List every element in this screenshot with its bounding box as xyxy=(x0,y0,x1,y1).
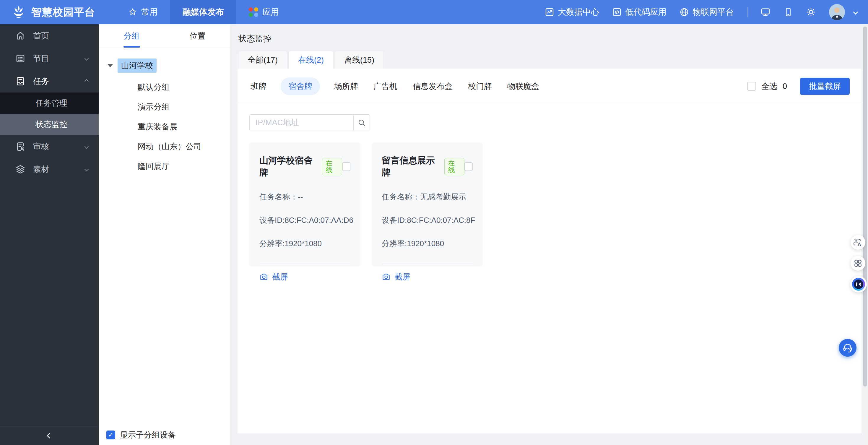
nav-link-lowcode[interactable]: 低代码应用 xyxy=(612,6,666,18)
nav-item-media-publish[interactable]: 融媒体发布 xyxy=(170,0,236,24)
chip-gate-board[interactable]: 校门牌 xyxy=(467,78,493,95)
tab-offline-devices[interactable]: 离线(15) xyxy=(335,51,384,68)
audit-doc-icon xyxy=(16,142,25,152)
app-root: 智慧校园平台 常用 融媒体发布 应用 xyxy=(0,0,868,445)
navbar-right: 大数据中心 低代码应用 物联网平台 xyxy=(545,4,868,20)
brand-title: 智慧校园平台 xyxy=(31,5,95,19)
batch-screenshot-button[interactable]: 批量截屏 xyxy=(800,78,850,95)
main-content: 状态监控 全部(17) 在线(2) 离线(15) 班牌 宿舍牌 场所牌 广告机 … xyxy=(231,24,868,445)
caret-down-icon[interactable] xyxy=(107,64,113,67)
nav-link-bigdata[interactable]: 大数据中心 xyxy=(545,6,599,18)
vertical-scrollbar-thumb[interactable] xyxy=(863,27,867,386)
chip-dorm-board[interactable]: 宿舍牌 xyxy=(281,78,320,95)
tab-groups[interactable]: 分组 xyxy=(99,24,164,48)
sidebar-subitem-task-management[interactable]: 任务管理 xyxy=(0,92,99,114)
tree-node[interactable]: 重庆装备展 xyxy=(138,121,230,132)
nav-link-iot[interactable]: 物联网平台 xyxy=(680,6,734,18)
nav-item-apps[interactable]: 应用 xyxy=(236,0,291,24)
star-icon xyxy=(128,8,137,17)
sidebar-item-review[interactable]: 审核 xyxy=(0,135,99,158)
chevron-down-icon xyxy=(85,56,89,60)
code-icon xyxy=(612,7,622,17)
navbar-divider xyxy=(747,7,747,17)
device-card-list: 山河学校宿舍牌 在线 任务名称：-- 设备ID:8C:FC:A0:07:AA:D… xyxy=(238,131,862,266)
chip-info-box[interactable]: 信息发布盒 xyxy=(411,78,454,95)
tab-label: 分组 xyxy=(124,31,140,41)
checkbox-label: 显示子分组设备 xyxy=(120,429,176,440)
screenshot-action[interactable]: 截屏 xyxy=(382,271,410,282)
sidebar-subitem-status-monitor[interactable]: 状态监控 xyxy=(0,114,99,135)
chevron-up-icon xyxy=(85,79,89,83)
group-tree: 山河学校 默认分组 演示分组 重庆装备展 网动（山东）公司 隆回展厅 xyxy=(99,48,230,172)
chevron-down-icon[interactable] xyxy=(853,10,858,15)
device-checkbox[interactable] xyxy=(342,162,350,171)
user-avatar[interactable] xyxy=(829,4,845,20)
chip-class-board[interactable]: 班牌 xyxy=(249,78,268,95)
sidebar-item-home[interactable]: 首页 xyxy=(0,24,99,47)
device-resolution: 分辨率:1920*1080 xyxy=(259,238,350,249)
select-all-checkbox[interactable] xyxy=(747,82,756,91)
chip-ad-machine[interactable]: 广告机 xyxy=(372,78,399,95)
tree-node[interactable]: 网动（山东）公司 xyxy=(138,141,230,152)
headset-icon xyxy=(842,343,853,353)
tree-node[interactable]: 隆回展厅 xyxy=(138,161,230,172)
nav-link-label: 低代码应用 xyxy=(625,6,666,18)
home-icon xyxy=(16,31,25,41)
status-badge: 在线 xyxy=(322,158,342,175)
sidebar-collapse-button[interactable] xyxy=(0,426,99,445)
card-divider xyxy=(382,263,473,263)
sidebar-item-label: 首页 xyxy=(33,30,88,41)
sidebar-item-label: 任务 xyxy=(33,76,78,87)
nav-item-favorites[interactable]: 常用 xyxy=(116,0,170,24)
camera-icon xyxy=(259,272,268,281)
layers-icon xyxy=(16,164,25,174)
mobile-icon[interactable] xyxy=(783,7,793,17)
nav-menu: 常用 融媒体发布 应用 xyxy=(116,0,291,24)
tree-node[interactable]: 演示分组 xyxy=(138,102,230,112)
sidebar-item-label: 节目 xyxy=(33,53,78,64)
tab-all-devices[interactable]: 全部(17) xyxy=(238,51,287,68)
tree-root-label: 山河学校 xyxy=(118,59,157,73)
nav-item-label: 应用 xyxy=(262,6,279,18)
tree-node[interactable]: 默认分组 xyxy=(138,82,230,92)
task-icon xyxy=(16,76,25,86)
translate-widget[interactable]: 文 A xyxy=(850,235,865,250)
sidebar-item-programs[interactable]: 节目 xyxy=(0,47,99,70)
sidebar-item-tasks[interactable]: 任务 xyxy=(0,70,99,92)
svg-text:A: A xyxy=(858,242,861,247)
ai-assistant-widget[interactable] xyxy=(850,276,867,293)
sidebar-item-materials[interactable]: 素材 xyxy=(0,158,99,181)
device-id: 设备ID:8C:FC:A0:07:AA:D6 xyxy=(259,215,350,226)
vertical-scrollbar-track xyxy=(862,24,868,445)
tree-root-node[interactable]: 山河学校 xyxy=(107,59,230,73)
status-tabs: 全部(17) 在线(2) 离线(15) xyxy=(238,51,384,68)
task-name: 任务名称：无感考勤展示 xyxy=(382,192,473,202)
customer-service-button[interactable] xyxy=(839,339,857,357)
selected-count: 0 xyxy=(783,82,787,91)
tab-online-devices[interactable]: 在线(2) xyxy=(289,51,333,68)
chip-iot-box[interactable]: 物联魔盒 xyxy=(506,78,540,95)
chevron-left-icon xyxy=(47,433,52,438)
card-divider xyxy=(259,263,350,263)
group-panel-tabs: 分组 位置 xyxy=(99,24,230,48)
group-panel: 分组 位置 山河学校 默认分组 演示分组 重庆装备展 网动（山东）公司 隆回展厅… xyxy=(99,24,231,445)
app-grid-widget[interactable] xyxy=(850,256,865,271)
device-checkbox[interactable] xyxy=(464,162,473,171)
checkbox-checked[interactable]: ✓ xyxy=(106,431,115,439)
search-row xyxy=(238,103,862,131)
chip-venue-board[interactable]: 场所牌 xyxy=(333,78,359,95)
monitor-icon[interactable] xyxy=(761,7,771,17)
brand[interactable]: 智慧校园平台 xyxy=(0,5,116,20)
tab-locations[interactable]: 位置 xyxy=(164,24,230,48)
chart-icon xyxy=(545,7,554,17)
clover-grid-icon xyxy=(854,259,862,268)
gear-icon[interactable] xyxy=(806,7,816,17)
sidebar-item-label: 审核 xyxy=(33,141,78,152)
show-subgroup-devices-toggle[interactable]: ✓ 显示子分组设备 xyxy=(106,429,176,440)
search-button[interactable] xyxy=(353,114,370,131)
apps-grid-icon xyxy=(249,7,258,17)
nav-link-label: 大数据中心 xyxy=(558,6,599,18)
tab-label: 位置 xyxy=(190,31,206,41)
screenshot-action[interactable]: 截屏 xyxy=(259,271,288,282)
search-input[interactable] xyxy=(249,114,353,131)
